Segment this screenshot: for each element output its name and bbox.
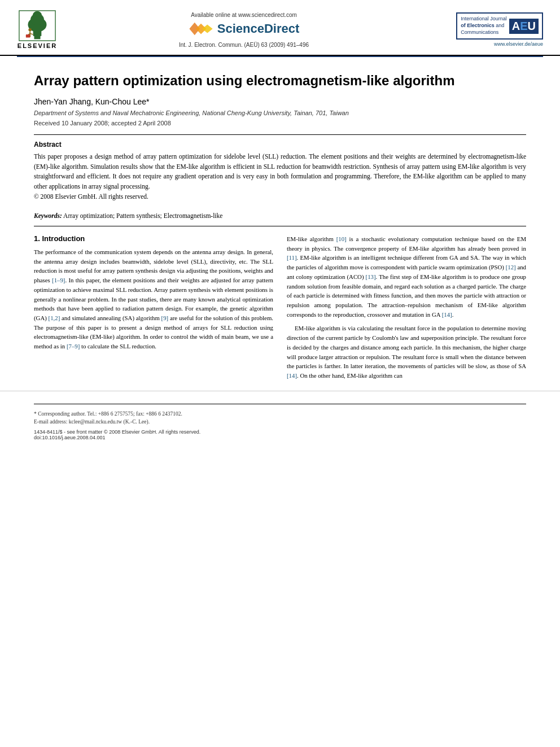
svg-marker-13 <box>202 24 213 33</box>
ref-10: [10] <box>336 235 347 242</box>
ref-11: [11] <box>287 254 297 261</box>
ref-14b: [14] <box>287 372 297 379</box>
copyright-text: © 2008 Elsevier GmbH. All rights reserve… <box>34 193 148 200</box>
article-title: Array pattern optimization using electro… <box>34 73 526 89</box>
svg-point-4 <box>33 11 42 20</box>
ref-13: [13] <box>366 273 376 280</box>
footnote-star-text: * Corresponding author. Tel.: +886 6 275… <box>34 411 182 417</box>
main-content: Array pattern optimization using electro… <box>0 73 560 385</box>
left-column: 1. Introduction The performance of the c… <box>34 234 273 385</box>
ref-9: [9] <box>161 314 169 321</box>
ref-14: [14] <box>442 311 452 318</box>
section1-para1: The performance of the communication sys… <box>34 247 273 351</box>
aeu-logo-area: International Journal of Electronics and… <box>430 12 543 46</box>
divider-1 <box>34 134 526 135</box>
aeu-box: International Journal of Electronics and… <box>456 12 543 39</box>
authors-text: Jhen-Yan Jhang, Kun-Chou Lee* <box>34 97 149 106</box>
ref-1-2: [1,2] <box>49 314 60 321</box>
elsevier-logo: ELSEVIER <box>17 10 58 49</box>
page-footer: * Corresponding author. Tel.: +886 6 275… <box>0 391 560 445</box>
aeu-journal-name: International Journal of Electronics and… <box>461 16 507 36</box>
keywords-text: Keywords: Array optimization; Pattern sy… <box>34 212 222 219</box>
footer-bottom-row: 1434-8411/$ - see front matter © 2008 El… <box>34 429 526 440</box>
ref-1-9: [1–9] <box>52 277 65 283</box>
aeu-abbreviation: AEU <box>509 19 539 34</box>
journal-website: www.elsevier.de/aeue <box>494 41 543 47</box>
divider-2 <box>34 226 526 226</box>
footer-doi: doi:10.1016/j.aeue.2008.04.001 <box>34 435 200 440</box>
page-header: ELSEVIER Available online at www.science… <box>0 0 560 56</box>
right-para2: EM-like algorithm is via calculating the… <box>287 324 526 380</box>
ref-7-9: [7–9] <box>67 343 80 350</box>
footer-rights: 1434-8411/$ - see front matter © 2008 El… <box>34 429 200 435</box>
svg-rect-9 <box>26 34 30 37</box>
footer-divider <box>34 404 526 404</box>
header-divider <box>17 56 543 57</box>
abstract-title: Abstract <box>34 141 526 148</box>
sciencedirect-text: ScienceDirect <box>217 21 300 36</box>
header-center: Available online at www.sciencedirect.co… <box>69 12 419 48</box>
svg-point-5 <box>28 28 32 32</box>
section1-body: The performance of the communication sys… <box>34 247 273 351</box>
abstract-section: Abstract This paper proposes a design me… <box>34 141 526 202</box>
section1-right-body: EM-like algorithm [10] is a stochastic e… <box>287 234 526 381</box>
received-dates: Received 10 January 2008; accepted 2 Apr… <box>34 120 526 126</box>
keywords-label: Keywords: <box>34 212 62 219</box>
footnote-star: * Corresponding author. Tel.: +886 6 275… <box>34 410 526 418</box>
journal-reference: Int. J. Electron. Commun. (AEÜ) 63 (2009… <box>179 42 309 48</box>
keywords-values: Array optimization; Pattern synthesis; E… <box>63 212 222 219</box>
two-column-layout: 1. Introduction The performance of the c… <box>34 234 526 385</box>
footnote-email: E-mail address: kclee@mail.ncku.edu.tw (… <box>34 418 526 426</box>
footer-copyright: 1434-8411/$ - see front matter © 2008 El… <box>34 429 200 440</box>
elsevier-label: ELSEVIER <box>18 42 57 49</box>
affiliation: Department of Systems and Naval Mechatro… <box>34 110 526 116</box>
section1-title: 1. Introduction <box>34 234 273 243</box>
sciencedirect-logo: ScienceDirect <box>189 20 300 37</box>
ref-12: [12] <box>506 264 516 270</box>
keywords-section: Keywords: Array optimization; Pattern sy… <box>34 210 526 220</box>
available-online-text: Available online at www.sciencedirect.co… <box>191 12 297 18</box>
footnote-email-text: E-mail address: kclee@mail.ncku.edu.tw (… <box>34 419 150 425</box>
authors: Jhen-Yan Jhang, Kun-Chou Lee* <box>34 97 526 106</box>
abstract-text: This paper proposes a design method of a… <box>34 152 526 202</box>
right-para1: EM-like algorithm [10] is a stochastic e… <box>287 234 526 320</box>
abstract-body: This paper proposes a design method of a… <box>34 153 526 190</box>
right-column: EM-like algorithm [10] is a stochastic e… <box>287 234 526 385</box>
